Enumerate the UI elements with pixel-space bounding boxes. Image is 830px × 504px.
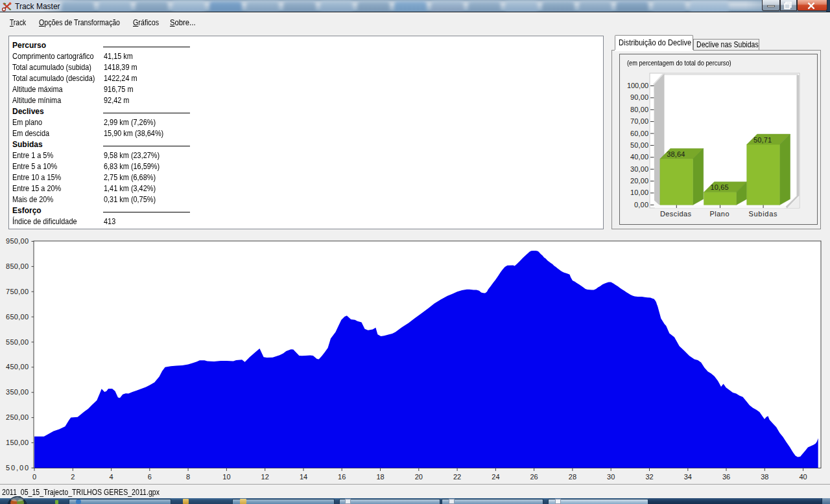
svg-text:250,00: 250,00 [6, 413, 29, 421]
svg-text:50,00: 50,00 [6, 464, 29, 472]
svg-text:40: 40 [799, 473, 807, 481]
svg-text:28: 28 [569, 473, 576, 481]
svg-text:6: 6 [148, 473, 152, 481]
svg-text:16: 16 [338, 473, 346, 481]
svg-text:30: 30 [607, 473, 615, 481]
svg-text:450,00: 450,00 [6, 363, 29, 371]
svg-text:350,00: 350,00 [6, 388, 29, 396]
svg-text:14: 14 [300, 473, 307, 481]
svg-text:550,00: 550,00 [6, 338, 29, 346]
svg-text:650,00: 650,00 [6, 313, 29, 321]
svg-text:850,00: 850,00 [6, 262, 29, 270]
svg-text:26: 26 [530, 473, 538, 481]
svg-text:8: 8 [186, 473, 190, 481]
svg-text:4: 4 [110, 473, 113, 481]
svg-text:2: 2 [71, 473, 75, 481]
svg-text:32: 32 [645, 473, 653, 481]
svg-text:38: 38 [761, 473, 768, 481]
svg-text:150,00: 150,00 [6, 439, 29, 446]
svg-text:750,00: 750,00 [6, 288, 29, 295]
svg-text:36: 36 [722, 473, 730, 481]
svg-text:0: 0 [32, 473, 36, 481]
svg-text:20: 20 [415, 473, 423, 481]
svg-text:34: 34 [684, 473, 692, 481]
svg-text:10: 10 [222, 473, 230, 481]
svg-text:22: 22 [453, 473, 461, 481]
svg-text:24: 24 [492, 473, 499, 481]
svg-text:18: 18 [376, 473, 384, 481]
svg-text:950,00: 950,00 [6, 237, 29, 245]
svg-text:12: 12 [261, 473, 269, 481]
